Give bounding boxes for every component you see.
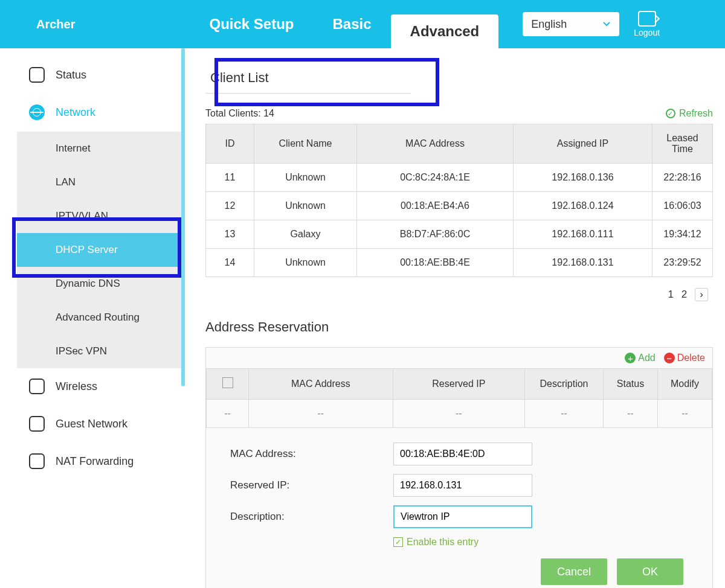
cell-name: Unknown — [254, 192, 357, 220]
sidebar-item-label: Wireless — [56, 380, 97, 393]
check-circle-icon: ✓ — [666, 109, 675, 118]
cell-mac: 0C:8C:24:8A:1E — [357, 164, 514, 192]
sidebar-item-advanced-routing[interactable]: Advanced Routing — [17, 301, 182, 334]
cell-name: Galaxy — [254, 220, 357, 249]
col-id: ID — [206, 124, 254, 164]
col-description: Description — [525, 369, 604, 400]
checkbox-checked-icon: ✓ — [393, 537, 403, 547]
sidebar-item-wireless[interactable]: Wireless — [17, 368, 182, 404]
plus-icon: + — [625, 353, 636, 363]
section-title-address-reservation: Address Reservation — [205, 319, 713, 335]
cell-lease: 16:06:03 — [652, 192, 713, 220]
empty-cell: -- — [207, 400, 249, 428]
description-input[interactable] — [393, 505, 532, 528]
top-bar: Archer Quick Setup Basic Advanced Englis… — [0, 0, 725, 48]
cell-id: 11 — [206, 164, 254, 192]
cell-id: 13 — [206, 220, 254, 249]
pagination: 1 2 › — [205, 288, 713, 301]
sidebar-item-dhcp-server[interactable]: DHCP Server — [17, 233, 182, 267]
address-reservation-panel: + Add − Delete MAC Address Reserved IP D… — [205, 347, 713, 588]
select-all-checkbox[interactable] — [222, 377, 233, 388]
reservation-table: MAC Address Reserved IP Description Stat… — [206, 368, 712, 428]
cell-lease: 19:34:12 — [652, 220, 713, 249]
mac-address-label: MAC Address: — [230, 448, 393, 460]
empty-cell: -- — [393, 400, 524, 428]
sidebar-item-label: Network — [56, 106, 95, 119]
scrollbar[interactable] — [181, 48, 185, 386]
col-status: Status — [604, 369, 658, 400]
logout-icon — [638, 11, 656, 27]
sidebar-item-label: Guest Network — [56, 418, 127, 430]
sidebar-item-label: Status — [56, 69, 86, 81]
col-modify: Modify — [658, 369, 712, 400]
reservation-form: MAC Address: Reserved IP: Description: ✓… — [206, 428, 712, 588]
cell-mac: 00:18:AE:B4:A6 — [357, 192, 514, 220]
empty-cell: -- — [658, 400, 712, 428]
mac-address-input[interactable] — [393, 443, 532, 465]
table-row: 13GalaxyB8:D7:AF:86:0C192.168.0.11119:34… — [206, 220, 713, 249]
col-mac-address: MAC Address — [249, 369, 393, 400]
add-label: Add — [638, 353, 655, 363]
language-select[interactable]: English — [523, 12, 619, 36]
cell-name: Unknown — [254, 164, 357, 192]
empty-cell: -- — [525, 400, 604, 428]
sidebar-item-dynamic-dns[interactable]: Dynamic DNS — [17, 267, 182, 301]
status-icon — [29, 67, 45, 83]
nat-icon — [29, 453, 45, 469]
cell-lease: 22:28:16 — [652, 164, 713, 192]
enable-entry-label: Enable this entry — [407, 537, 478, 548]
minus-icon: − — [664, 353, 675, 363]
ok-button[interactable]: OK — [617, 558, 683, 585]
table-row: -- -- -- -- -- -- — [207, 400, 712, 428]
total-clients: Total Clients: 14 — [205, 108, 274, 119]
description-label: Description: — [230, 511, 393, 523]
page-title: Client List — [205, 58, 411, 94]
page-next[interactable]: › — [695, 288, 708, 301]
sidebar-item-ipsec-vpn[interactable]: IPSec VPN — [17, 334, 182, 368]
cancel-button[interactable]: Cancel — [541, 558, 607, 585]
sidebar-item-nat-forwarding[interactable]: NAT Forwarding — [17, 443, 182, 479]
main-tabs: Quick Setup Basic Advanced — [190, 0, 498, 48]
logout-button[interactable]: Logout — [634, 11, 660, 37]
cell-ip: 192.168.0.136 — [514, 164, 652, 192]
page-1[interactable]: 1 — [668, 289, 674, 300]
reserved-ip-input[interactable] — [393, 474, 532, 497]
col-assigned-ip: Assigned IP — [514, 124, 652, 164]
cell-mac: 00:18:AE:BB:4E — [357, 249, 514, 277]
add-button[interactable]: + Add — [625, 353, 655, 363]
col-reserved-ip: Reserved IP — [393, 369, 524, 400]
col-mac-address: MAC Address — [357, 124, 514, 164]
sidebar-item-network[interactable]: Network — [17, 94, 182, 130]
reserved-ip-label: Reserved IP: — [230, 479, 393, 491]
sidebar-item-guest-network[interactable]: Guest Network — [17, 406, 182, 442]
empty-cell: -- — [249, 400, 393, 428]
wifi-icon — [29, 379, 45, 394]
cell-lease: 23:29:52 — [652, 249, 713, 277]
tab-quick-setup[interactable]: Quick Setup — [190, 0, 313, 48]
cell-ip: 192.168.0.131 — [514, 249, 652, 277]
sidebar-item-label: NAT Forwarding — [56, 455, 134, 468]
client-list-table: ID Client Name MAC Address Assigned IP L… — [205, 124, 713, 277]
tab-basic[interactable]: Basic — [314, 0, 391, 48]
cell-id: 12 — [206, 192, 254, 220]
sidebar-item-status[interactable]: Status — [17, 57, 182, 93]
sidebar-item-lan[interactable]: LAN — [17, 165, 182, 199]
enable-entry-checkbox[interactable]: ✓ Enable this entry — [393, 537, 688, 548]
sidebar-submenu-network: Internet LAN IPTV/VLAN DHCP Server Dynam… — [17, 132, 182, 368]
sidebar-item-iptv-vlan[interactable]: IPTV/VLAN — [17, 199, 182, 233]
page-2[interactable]: 2 — [682, 289, 687, 300]
tab-advanced[interactable]: Advanced — [391, 14, 499, 48]
delete-label: Delete — [677, 353, 705, 363]
table-row: 14Unknown00:18:AE:BB:4E192.168.0.13123:2… — [206, 249, 713, 277]
col-client-name: Client Name — [254, 124, 357, 164]
table-row: 12Unknown00:18:AE:B4:A6192.168.0.12416:0… — [206, 192, 713, 220]
delete-button[interactable]: − Delete — [664, 353, 705, 363]
refresh-button[interactable]: ✓ Refresh — [666, 108, 713, 119]
language-value: English — [531, 18, 567, 31]
cell-mac: B8:D7:AF:86:0C — [357, 220, 514, 249]
table-header-row: MAC Address Reserved IP Description Stat… — [207, 369, 712, 400]
globe-icon — [29, 104, 45, 120]
sidebar: Status Network Internet LAN IPTV/VLAN DH… — [0, 48, 187, 588]
cell-ip: 192.168.0.124 — [514, 192, 652, 220]
sidebar-item-internet[interactable]: Internet — [17, 132, 182, 165]
